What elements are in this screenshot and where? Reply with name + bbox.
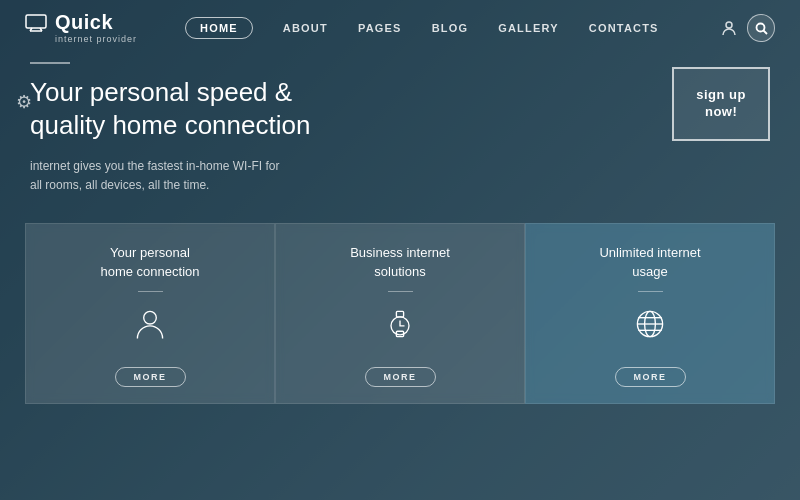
search-button[interactable]: [747, 14, 775, 42]
settings-icon[interactable]: ⚙: [10, 88, 38, 116]
card-2-divider: [388, 291, 413, 292]
monitor-icon: [25, 14, 47, 37]
nav-pages[interactable]: PAGES: [358, 22, 402, 34]
user-icon[interactable]: [721, 20, 737, 36]
svg-point-5: [756, 23, 764, 31]
svg-point-7: [144, 311, 157, 324]
card-1-title: Your personalhome connection: [100, 244, 199, 280]
nav-gallery[interactable]: GALLERY: [498, 22, 559, 34]
card-3-divider: [638, 291, 663, 292]
person-icon: [132, 306, 168, 347]
svg-rect-0: [26, 15, 46, 28]
header-icons: [721, 14, 775, 42]
card-business-internet[interactable]: Business internetsolutions MORE: [275, 223, 525, 403]
svg-rect-9: [396, 311, 403, 316]
watch-icon: [382, 306, 418, 347]
nav-contacts[interactable]: CONTACTS: [589, 22, 659, 34]
card-2-more-button[interactable]: MORE: [365, 367, 436, 387]
card-2-title: Business internetsolutions: [350, 244, 450, 280]
nav-home[interactable]: HOME: [185, 17, 253, 39]
signup-button[interactable]: sign upnow!: [672, 67, 770, 141]
header: Quick internet provider HOME ABOUT PAGES…: [0, 0, 800, 52]
hero-description: internet gives you the fastest in-home W…: [30, 157, 310, 195]
svg-point-4: [726, 22, 732, 28]
hero-content: Your personal speed &quality home connec…: [30, 62, 310, 195]
card-1-more-button[interactable]: MORE: [115, 367, 186, 387]
card-home-connection[interactable]: Your personalhome connection MORE: [25, 223, 275, 403]
globe-icon: [632, 306, 668, 347]
logo-subtitle: internet provider: [55, 34, 137, 44]
nav-blog[interactable]: BLOG: [432, 22, 469, 34]
logo-brand: Quick: [55, 12, 137, 32]
hero-title: Your personal speed &quality home connec…: [30, 76, 310, 144]
cards-section: Your personalhome connection MORE Busine…: [0, 223, 800, 403]
logo: Quick internet provider: [25, 12, 145, 44]
hero-section: Your personal speed &quality home connec…: [0, 52, 800, 195]
main-nav: HOME ABOUT PAGES BLOG GALLERY CONTACTS: [185, 17, 721, 39]
card-3-title: Unlimited internetusage: [599, 244, 700, 280]
svg-line-6: [763, 30, 767, 34]
card-3-more-button[interactable]: MORE: [615, 367, 686, 387]
card-1-divider: [138, 291, 163, 292]
card-unlimited-internet[interactable]: Unlimited internetusage MORE: [525, 223, 775, 403]
nav-about[interactable]: ABOUT: [283, 22, 328, 34]
hero-divider: [30, 62, 70, 64]
